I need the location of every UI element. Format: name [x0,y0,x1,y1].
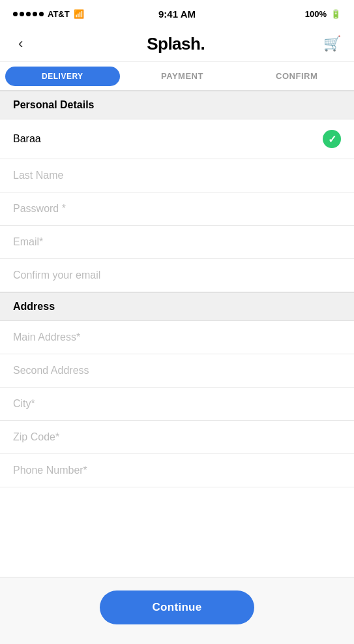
back-button[interactable]: ‹ [13,33,28,55]
battery-label: 100% [305,9,327,19]
tab-payment[interactable]: PAYMENT [125,62,240,90]
cart-icon[interactable]: 🛒 [323,35,341,52]
second-address-input[interactable] [13,365,341,376]
password-field [0,192,354,226]
header: ‹ Splash. 🛒 [0,26,354,62]
continue-button[interactable]: Continue [100,590,254,624]
confirm-email-input[interactable] [13,269,341,281]
second-address-field [0,354,354,388]
form-content: Personal Details Address [0,91,354,546]
address-header: Address [0,292,354,321]
first-name-input[interactable] [13,133,316,145]
email-input[interactable] [13,236,341,248]
tab-confirm-label: CONFIRM [276,71,317,81]
phone-input[interactable] [13,465,341,476]
address-section [0,321,354,487]
tab-payment-label: PAYMENT [161,71,203,81]
battery-icon: 🔋 [331,9,341,19]
password-input[interactable] [13,203,341,215]
personal-details-title: Personal Details [13,99,95,110]
email-field [0,226,354,259]
status-bar: AT&T 📶 9:41 AM 100% 🔋 [0,0,354,26]
tab-confirm[interactable]: CONFIRM [239,62,354,90]
wifi-icon: 📶 [74,9,84,19]
progress-tabs: DELIVERY PAYMENT CONFIRM [0,62,354,91]
last-name-input[interactable] [13,170,341,181]
carrier-label: AT&T [48,9,70,19]
first-name-field [0,119,354,159]
personal-details-header: Personal Details [0,91,354,119]
phone-field [0,454,354,487]
signal-dots [13,12,44,16]
zip-code-input[interactable] [13,431,341,443]
confirm-email-field [0,259,354,292]
main-address-input[interactable] [13,331,341,343]
city-field [0,388,354,421]
city-input[interactable] [13,398,341,410]
address-title: Address [13,301,55,312]
status-time: 9:41 AM [158,8,196,20]
personal-details-section [0,119,354,292]
status-left: AT&T 📶 [13,9,84,19]
tab-delivery[interactable]: DELIVERY [5,67,120,86]
footer: Continue [0,577,354,644]
tab-delivery-label: DELIVERY [42,72,83,81]
last-name-field [0,159,354,192]
app-title: Splash. [147,34,205,54]
first-name-check-icon [323,130,341,148]
main-address-field [0,321,354,354]
zip-code-field [0,421,354,454]
status-right: 100% 🔋 [305,9,341,19]
